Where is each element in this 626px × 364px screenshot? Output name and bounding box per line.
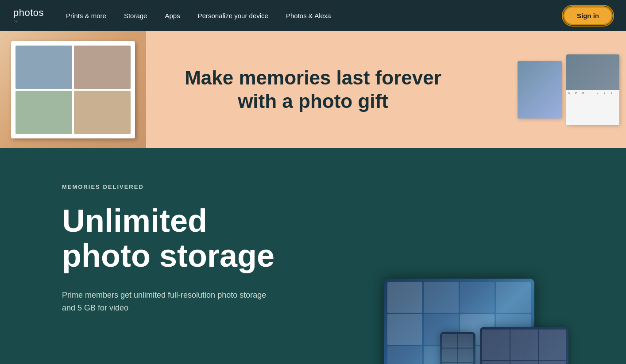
phone-mockup: [440, 332, 475, 364]
tablet-screen: [480, 327, 568, 364]
nav-item-apps[interactable]: Apps: [165, 12, 180, 19]
main-content: MEMORIES DELIVERED Unlimited photo stora…: [62, 184, 305, 314]
photo-cell-2: [74, 46, 131, 89]
screen-cell: [424, 282, 459, 313]
nav-item-photos-alexa[interactable]: Photos & Alexa: [286, 12, 331, 19]
calendar-photo-area: [566, 54, 619, 90]
main-description: Prime members get unlimited full-resolut…: [62, 289, 274, 314]
screen-cell: [460, 282, 495, 313]
screen-cell: [387, 314, 422, 345]
nav-item-storage[interactable]: Storage: [124, 12, 147, 19]
main-section: MEMORIES DELIVERED Unlimited photo stora…: [0, 148, 626, 364]
main-nav: Prints & more Storage Apps Personalize y…: [66, 12, 563, 19]
sign-in-button[interactable]: Sign in: [563, 6, 613, 25]
nav-item-personalize[interactable]: Personalize your device: [198, 12, 268, 19]
calendar-mock: AP RI L2 0: [566, 54, 619, 125]
memories-label: MEMORIES DELIVERED: [62, 184, 305, 190]
header: photos ⌣ Prints & more Storage Apps Pers…: [0, 0, 626, 31]
photo-cell-4: [74, 91, 131, 134]
banner-section: Make memories last forever with a photo …: [0, 31, 626, 148]
logo-text: photos: [13, 7, 44, 18]
photo-cell-1: [15, 46, 72, 89]
photo-book-mock: [11, 41, 135, 138]
nav-item-prints[interactable]: Prints & more: [66, 12, 106, 19]
banner-left-image: [0, 31, 146, 148]
family-photo-mock: [518, 61, 562, 119]
calendar-grid: AP RI L2 0: [566, 90, 619, 125]
logo[interactable]: photos ⌣: [13, 7, 44, 24]
banner-center-content: Make memories last forever with a photo …: [185, 66, 441, 113]
main-title: Unlimited photo storage: [62, 203, 305, 273]
banner-title: Make memories last forever with a photo …: [185, 66, 441, 113]
devices-mockup: [360, 239, 573, 364]
banner-right-image: AP RI L2 0: [511, 31, 626, 148]
tablet-mockup: [480, 327, 568, 364]
screen-cell: [387, 346, 422, 364]
phone-screen: [440, 332, 475, 364]
screen-cell: [496, 282, 531, 313]
screen-cell: [387, 282, 422, 313]
photo-cell-3: [15, 91, 72, 134]
